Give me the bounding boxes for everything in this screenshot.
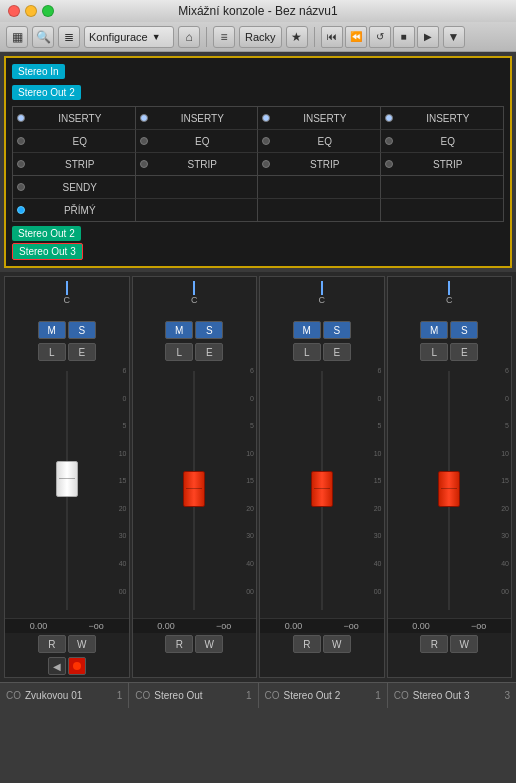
inserts-header-2: INSERTY xyxy=(136,107,258,129)
m-button-1[interactable]: M xyxy=(38,321,66,339)
pan-label-3: C xyxy=(319,295,326,305)
w-button-2[interactable]: W xyxy=(195,635,223,653)
racks-button[interactable]: Racky xyxy=(239,26,282,48)
e-button-4[interactable]: E xyxy=(450,343,478,361)
e-button-3[interactable]: E xyxy=(323,343,351,361)
rec-spacer2-2 xyxy=(195,657,213,675)
scale-mark-2: 5 xyxy=(244,422,254,449)
l-button-2[interactable]: L xyxy=(165,343,193,361)
primy-cell: PŘÍMÝ xyxy=(13,199,136,221)
s-button-1[interactable]: S xyxy=(68,321,96,339)
eq-cell-4: EQ xyxy=(381,130,504,153)
play-button[interactable]: ▶ xyxy=(417,26,439,48)
prev-prev-button[interactable]: ⏮ xyxy=(321,26,343,48)
file-button[interactable]: ≣ xyxy=(58,26,80,48)
strip-row-4: STRIP xyxy=(381,153,504,175)
inserts-header-1: INSERTY xyxy=(13,107,135,129)
config-select[interactable]: Konfigurace ▼ xyxy=(84,26,174,48)
input-routing: Stereo In xyxy=(12,64,504,79)
scale-mark-2: 5 xyxy=(117,422,127,449)
r-button-2[interactable]: R xyxy=(165,635,193,653)
status-name-2: Stereo Out xyxy=(154,690,242,701)
insert-dot-1 xyxy=(17,114,25,122)
ms-row-4: M S xyxy=(388,319,512,341)
l-button-4[interactable]: L xyxy=(420,343,448,361)
strip-dot-2 xyxy=(140,160,148,168)
rec-spacer-4 xyxy=(430,657,448,675)
prev-button[interactable]: ⏪ xyxy=(345,26,367,48)
fader-area-2: 6 0 5 10 15 xyxy=(133,363,257,618)
r-button-4[interactable]: R xyxy=(420,635,448,653)
window-controls[interactable] xyxy=(8,5,54,17)
pan-label-1: C xyxy=(64,295,71,305)
ms-row-3: M S xyxy=(260,319,384,341)
m-button-2[interactable]: M xyxy=(165,321,193,339)
status-section-4[interactable]: CO Stereo Out 3 3 xyxy=(388,683,516,708)
output-routing-top: Stereo Out 2 xyxy=(12,85,504,100)
stereo-out2-label[interactable]: Stereo Out 2 xyxy=(12,226,81,241)
status-name-1: Zvukovou 01 xyxy=(25,690,113,701)
fader-handle-4[interactable] xyxy=(438,471,460,507)
pan-label-2: C xyxy=(191,295,198,305)
l-button-3[interactable]: L xyxy=(293,343,321,361)
stereo-in-label[interactable]: Stereo In xyxy=(12,64,65,79)
status-section-2[interactable]: CO Stereo Out 1 xyxy=(129,683,258,708)
sends-strip-grid: SENDY PŘÍMÝ xyxy=(12,176,504,222)
l-button-1[interactable]: L xyxy=(38,343,66,361)
w-button-1[interactable]: W xyxy=(68,635,96,653)
record-row-2 xyxy=(133,655,257,677)
maximize-button[interactable] xyxy=(42,5,54,17)
scale-mark-8: 00 xyxy=(499,588,509,615)
scale-mark-5: 20 xyxy=(372,505,382,532)
loop-button[interactable]: ↺ xyxy=(369,26,391,48)
s-button-3[interactable]: S xyxy=(323,321,351,339)
insert-dot-3 xyxy=(262,114,270,122)
s-button-2[interactable]: S xyxy=(195,321,223,339)
status-name-4: Stereo Out 3 xyxy=(413,690,501,701)
insert-dot-2 xyxy=(140,114,148,122)
scale-area-2: 6 0 5 10 15 xyxy=(244,367,254,614)
strip-cell-1: STRIP xyxy=(13,153,136,175)
m-button-4[interactable]: M xyxy=(420,321,448,339)
scale-mark-4: 15 xyxy=(244,477,254,504)
le-row-1: L E xyxy=(5,341,129,363)
w-button-4[interactable]: W xyxy=(450,635,478,653)
m-button-3[interactable]: M xyxy=(293,321,321,339)
stop-button[interactable]: ■ xyxy=(393,26,415,48)
home-button[interactable]: ⌂ xyxy=(178,26,200,48)
speaker-button-1[interactable]: ◀ xyxy=(48,657,66,675)
status-num-2: 1 xyxy=(246,690,252,701)
star-button[interactable]: ★ xyxy=(286,26,308,48)
transport-controls: ⏮ ⏪ ↺ ■ ▶ xyxy=(321,26,439,48)
stereo-out2-top-label[interactable]: Stereo Out 2 xyxy=(12,85,81,100)
fader-handle-2[interactable] xyxy=(183,471,205,507)
stereo-out3-label[interactable]: Stereo Out 3 xyxy=(12,243,83,260)
grid-button[interactable]: ▦ xyxy=(6,26,28,48)
primy-row: PŘÍMÝ xyxy=(13,199,135,221)
status-section-3[interactable]: CO Stereo Out 2 1 xyxy=(259,683,388,708)
e-button-1[interactable]: E xyxy=(68,343,96,361)
minimize-button[interactable] xyxy=(25,5,37,17)
dropdown-arrow-icon: ▼ xyxy=(448,30,460,44)
r-button-1[interactable]: R xyxy=(38,635,66,653)
menu-icon: ≡ xyxy=(220,30,227,44)
e-button-2[interactable]: E xyxy=(195,343,223,361)
close-button[interactable] xyxy=(8,5,20,17)
rec-dot-button-1[interactable] xyxy=(68,657,86,675)
s-button-4[interactable]: S xyxy=(450,321,478,339)
w-button-3[interactable]: W xyxy=(323,635,351,653)
search-button[interactable]: 🔍 xyxy=(32,26,54,48)
window-title: Mixážní konzole - Bez názvu1 xyxy=(178,4,337,18)
record-row-1: ◀ xyxy=(5,655,129,677)
volume-display-1: 0.00 −oo xyxy=(5,618,129,633)
fader-handle-3[interactable] xyxy=(311,471,333,507)
status-icon-3: CO xyxy=(265,690,280,701)
menu-button[interactable]: ≡ xyxy=(213,26,235,48)
scale-mark-3: 10 xyxy=(499,450,509,477)
fader-handle-1[interactable] xyxy=(56,461,78,497)
status-section-1[interactable]: CO Zvukovou 01 1 xyxy=(0,683,129,708)
dropdown-button[interactable]: ▼ xyxy=(443,26,465,48)
racks-label: Racky xyxy=(245,31,276,43)
insert-col-1: INSERTY xyxy=(13,107,136,130)
r-button-3[interactable]: R xyxy=(293,635,321,653)
